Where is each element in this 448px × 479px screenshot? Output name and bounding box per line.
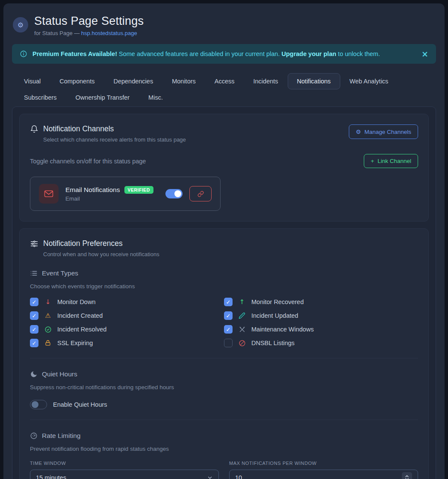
time-window-label: TIME WINDOW [30,461,219,466]
event-label: Incident Updated [251,312,298,319]
event-types-label: Event Types [42,269,78,277]
event-types-description: Choose which events trigger notification… [30,283,418,290]
toggle-knob [32,401,38,408]
tools-icon [238,326,246,333]
plus-icon: + [371,158,374,164]
page-header: ⚙ Status Page Settings for Status Page —… [12,15,436,36]
check-icon: ✓ [32,313,37,319]
manage-channels-button[interactable]: ⚙ Manage Channels [349,124,418,139]
notifications-panel: Notification Channels Select which chann… [12,106,436,479]
tab-dependencies[interactable]: Dependencies [104,73,162,89]
quiet-hours-toggle[interactable] [30,400,47,409]
tab-web-analytics[interactable]: Web Analytics [340,73,398,89]
event-item-monitor-down[interactable]: ✓ ↓ Monitor Down [30,297,224,307]
event-item-dnsbl-listings[interactable]: ✓ DNSBL Listings [224,338,418,348]
sliders-icon [30,240,38,248]
time-window-value: 15 minutes [36,474,66,479]
event-item-incident-resolved[interactable]: ✓ Incident Resolved [30,325,224,334]
event-item-maintenance-windows[interactable]: ✓ Maintenance Windows [224,325,418,334]
toggle-hint: Toggle channels on/off for this status p… [30,158,146,165]
channel-name: Email Notifications [65,186,120,194]
channel-info: Email Notifications VERIFIED Email [65,186,159,202]
checkbox[interactable]: ✓ [224,298,233,306]
event-label: Incident Created [57,312,103,319]
status-page-link[interactable]: hsp.hostedstatus.page [81,30,137,36]
quiet-hours-description: Suppress non-critical notifications duri… [30,384,418,390]
event-item-ssl-expiring[interactable]: ✓ SSL Expiring [30,338,224,348]
quiet-hours-label: Quiet Hours [42,370,77,378]
event-label: Maintenance Windows [251,326,314,333]
event-item-incident-created[interactable]: ✓ ⚠ Incident Created [30,311,224,320]
tab-ownership-transfer[interactable]: Ownership Transfer [66,89,139,106]
event-label: Incident Resolved [57,326,106,333]
gear-icon: ⚙ [356,128,361,135]
checkbox[interactable]: ✓ [30,311,38,320]
gear-icon: ⚙ [13,17,28,33]
time-window-select[interactable]: 15 minutes [30,470,219,479]
pencil-icon [238,312,246,319]
event-types-grid: ✓ ↓ Monitor Down ✓ ⚠ Incident Created ✓ … [30,297,418,348]
event-types-heading: Event Types [30,269,418,277]
checkbox[interactable]: ✓ [30,298,38,306]
banner-body: Some advanced features are disabled in y… [117,50,281,57]
page-subtitle: for Status Page — hsp.hostedstatus.page [34,30,144,36]
number-stepper[interactable] [402,472,412,479]
event-item-monitor-recovered[interactable]: ✓ ↑ Monitor Recovered [224,297,418,307]
preferences-title-row: Notification Preferences [30,239,418,248]
gauge-icon [30,432,38,440]
check-icon: ✓ [32,340,37,346]
notification-channels-card: Notification Channels Select which chann… [19,114,429,222]
event-label: Monitor Down [57,299,95,305]
lock-icon [44,340,52,346]
checkbox[interactable]: ✓ [224,311,233,320]
verified-badge: VERIFIED [124,186,153,194]
unlink-channel-button[interactable] [189,186,212,201]
checkbox[interactable]: ✓ [30,339,38,347]
channels-heading-block: Notification Channels Select which chann… [30,124,186,143]
channel-type: Email [65,195,159,202]
tab-components[interactable]: Components [50,73,104,89]
rate-limiting-heading: Rate Limiting [30,432,418,440]
list-icon [30,269,38,277]
checkbox[interactable]: ✓ [30,325,38,334]
preferences-title: Notification Preferences [43,239,123,248]
divider [30,420,418,420]
max-notifications-input[interactable] [235,474,269,479]
event-label: DNSBL Listings [251,340,295,346]
chevron-down-icon [207,475,213,479]
tab-misc[interactable]: Misc. [139,89,172,106]
check-icon: ✓ [226,313,231,319]
moon-icon [30,370,38,378]
tab-subscribers[interactable]: Subscribers [15,89,66,106]
tab-monitors[interactable]: Monitors [162,73,205,89]
checkbox[interactable]: ✓ [224,339,233,347]
checkbox[interactable]: ✓ [224,325,233,334]
arrow-down-icon: ↓ [44,298,52,306]
banner-tail: to unlock them. [336,50,380,57]
tab-visual[interactable]: Visual [15,73,50,89]
email-channel-toggle[interactable] [165,189,183,198]
bell-icon [30,125,38,133]
check-icon: ✓ [32,299,37,305]
tab-notifications[interactable]: Notifications [288,73,340,89]
check-circle-icon [44,326,52,333]
manage-channels-label: Manage Channels [364,129,411,135]
info-icon [20,50,27,58]
page-title-block: Status Page Settings for Status Page — h… [34,15,144,36]
rate-limiting-form: TIME WINDOW 15 minutes MAX NOTIFICATIONS… [30,461,418,479]
settings-tabs: Visual Components Dependencies Monitors … [12,73,436,106]
prohibited-icon [238,340,246,347]
tab-access[interactable]: Access [205,73,244,89]
close-icon[interactable]: × [421,50,428,58]
link-channel-label: Link Channel [377,158,411,164]
max-notifications-field [229,470,418,479]
banner-lead: Premium Features Available! [32,50,117,57]
channels-subtitle: Select which channels receive alerts fro… [43,136,186,143]
chain-link-icon [197,191,204,197]
upgrade-plan-link[interactable]: Upgrade your plan [281,50,336,57]
link-channel-button[interactable]: + Link Channel [364,154,418,168]
event-item-incident-updated[interactable]: ✓ Incident Updated [224,311,418,320]
stepper-chevrons-icon [404,474,410,479]
tab-incidents[interactable]: Incidents [244,73,288,89]
email-channel-card: Email Notifications VERIFIED Email [30,177,221,211]
